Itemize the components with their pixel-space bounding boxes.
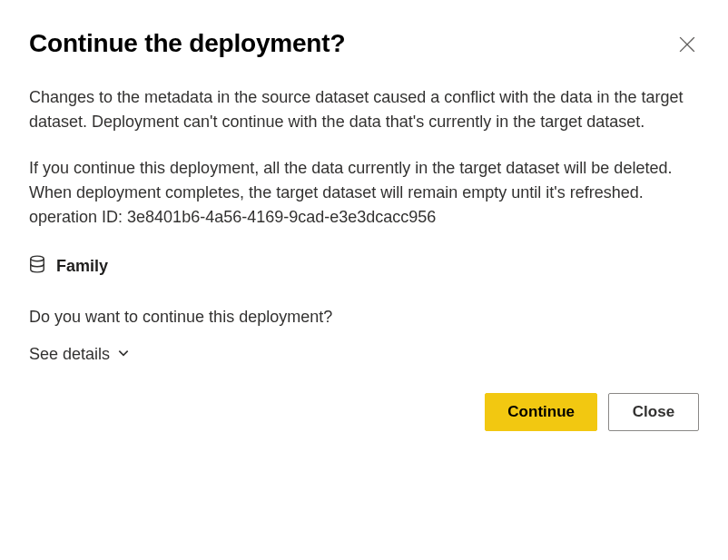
chevron-down-icon xyxy=(117,345,130,364)
dialog-title: Continue the deployment? xyxy=(29,29,345,58)
dataset-icon xyxy=(29,255,45,277)
confirm-question: Do you want to continue this deployment? xyxy=(29,306,699,329)
dialog-button-row: Continue Close xyxy=(29,393,699,431)
operation-id: operation ID: 3e8401b6-4a56-4169-9cad-e3… xyxy=(29,205,699,230)
close-icon xyxy=(679,40,695,55)
svg-point-2 xyxy=(31,256,44,261)
close-button[interactable] xyxy=(675,33,699,60)
see-details-toggle[interactable]: See details xyxy=(29,345,130,364)
continue-button[interactable]: Continue xyxy=(485,393,597,431)
see-details-label: See details xyxy=(29,345,110,364)
close-dialog-button[interactable]: Close xyxy=(608,393,699,431)
dataset-name: Family xyxy=(56,257,108,276)
dataset-row: Family xyxy=(29,255,699,277)
warning-paragraph-1: Changes to the metadata in the source da… xyxy=(29,85,699,134)
warning-paragraph-2: If you continue this deployment, all the… xyxy=(29,156,699,205)
